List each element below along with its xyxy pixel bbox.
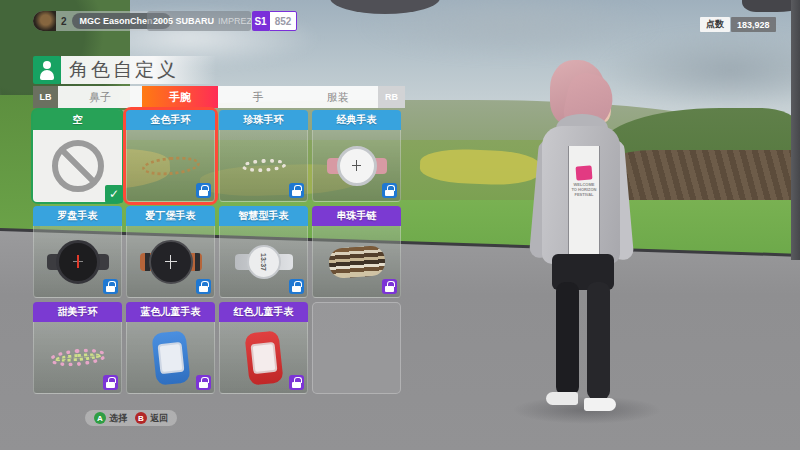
item-title: 爱丁堡手表 <box>126 206 215 226</box>
item-title: 串珠手链 <box>312 206 401 226</box>
item-title: 经典手表 <box>312 110 401 130</box>
car-year-make: 2005 SUBARU <box>153 16 214 26</box>
tab-wrist-selected[interactable]: 手腕 <box>142 86 218 108</box>
character-shoe <box>546 392 578 405</box>
person-icon <box>33 56 61 84</box>
lock-icon <box>196 375 211 390</box>
sweet-bracelet-icon <box>48 347 107 369</box>
character-shoe <box>584 398 616 411</box>
select-hint[interactable]: A 选择 <box>94 412 127 425</box>
points-value: 183,928 <box>731 17 776 32</box>
item-tile-classic-watch[interactable]: 经典手表 ✓ <box>312 110 401 202</box>
item-tile-red-kids-watch[interactable]: 红色儿童手表 ✓ <box>219 302 308 394</box>
red-kids-watch-icon <box>244 330 283 385</box>
car-class-badge: S1 <box>252 11 269 31</box>
a-button-icon: A <box>94 412 106 424</box>
item-tile-sweet-bracelet[interactable]: 甜美手环 ✓ <box>33 302 122 394</box>
character-tshirt: WELCOME TO HORIZON FESTIVAL <box>568 146 600 258</box>
item-title: 智慧型手表 <box>219 206 308 226</box>
edinburgh-watch-icon <box>140 253 202 271</box>
item-title: 空 <box>33 110 122 130</box>
lock-icon <box>103 375 118 390</box>
tab-hands[interactable]: 手 <box>218 86 298 108</box>
screen-bezel <box>791 0 800 260</box>
item-tile-edinburgh-watch[interactable]: 爱丁堡手表 ✓ <box>126 206 215 298</box>
lock-icon <box>196 183 211 198</box>
item-tile-beaded-bracelet[interactable]: 串珠手链 ✓ <box>312 206 401 298</box>
item-tile-pearl-bracelet[interactable]: 珍珠手环 ✓ <box>219 110 308 202</box>
item-tile-smart-watch[interactable]: 智慧型手表 13:37 ✓ <box>219 206 308 298</box>
tab-rb-bumper[interactable]: RB <box>378 86 405 108</box>
lock-icon <box>289 375 304 390</box>
lock-icon <box>382 279 397 294</box>
button-hints: A 选择 B 返回 <box>85 410 177 426</box>
item-title: 红色儿童手表 <box>219 302 308 322</box>
car-pi-badge: 852 <box>269 11 297 31</box>
items-grid: 空 ✓ 金色手环 ✓ 珍珠手环 ✓ 经典手表 <box>33 110 401 394</box>
player-level: 2 <box>56 16 72 27</box>
blue-kids-watch-icon <box>151 330 190 385</box>
back-hint[interactable]: B 返回 <box>135 412 168 425</box>
page-title: 角色自定义 <box>69 57 179 83</box>
item-title: 甜美手环 <box>33 302 122 322</box>
character-leg <box>556 282 579 396</box>
item-title: 珍珠手环 <box>219 110 308 130</box>
car-model: IMPREZA WRX STI <box>218 16 251 26</box>
item-preview <box>312 302 401 394</box>
tshirt-text: WELCOME TO HORIZON FESTIVAL <box>571 183 597 197</box>
points-label: 点数 <box>700 17 730 32</box>
beaded-bracelet-icon <box>328 245 386 279</box>
item-title: 蓝色儿童手表 <box>126 302 215 322</box>
horizon-logo <box>576 165 593 180</box>
page-title-bar: 角色自定义 <box>61 56 216 84</box>
tab-lb-bumper[interactable]: LB <box>33 86 58 108</box>
item-tile-blue-kids-watch[interactable]: 蓝色儿童手表 ✓ <box>126 302 215 394</box>
smart-watch-time: 13:37 <box>247 245 281 279</box>
none-icon <box>52 140 104 192</box>
equipped-check-icon: ✓ <box>105 185 123 203</box>
pearl-bracelet-icon <box>240 158 287 173</box>
character-leg <box>587 282 610 400</box>
lock-icon <box>103 279 118 294</box>
item-tile-compass-watch[interactable]: 罗盘手表 ✓ <box>33 206 122 298</box>
gold-bracelet-icon <box>141 154 200 177</box>
item-tile-none[interactable]: 空 ✓ <box>33 110 122 202</box>
item-title: 金色手环 <box>126 110 215 130</box>
tab-clothing[interactable]: 服装 <box>298 86 378 108</box>
tab-nose[interactable]: 鼻子 <box>58 86 142 108</box>
empty-slot[interactable]: ✓ <box>312 302 401 394</box>
classic-watch-icon <box>327 158 387 174</box>
lock-icon <box>289 183 304 198</box>
player-avatar <box>33 11 56 31</box>
item-tile-gold-bracelet[interactable]: 金色手环 ✓ <box>126 110 215 202</box>
category-tabs: LB 鼻子 手腕 手 服装 RB <box>33 86 405 108</box>
lock-icon <box>289 279 304 294</box>
b-button-icon: B <box>135 412 147 424</box>
current-car-badge: 2005 SUBARU IMPREZA WRX STI <box>147 11 251 31</box>
character-customization-screen: WELCOME TO HORIZON FESTIVAL 2 MGC EasonC… <box>0 0 800 450</box>
compass-watch-icon <box>47 254 109 270</box>
item-title: 罗盘手表 <box>33 206 122 226</box>
lock-icon <box>382 183 397 198</box>
lock-icon <box>196 279 211 294</box>
